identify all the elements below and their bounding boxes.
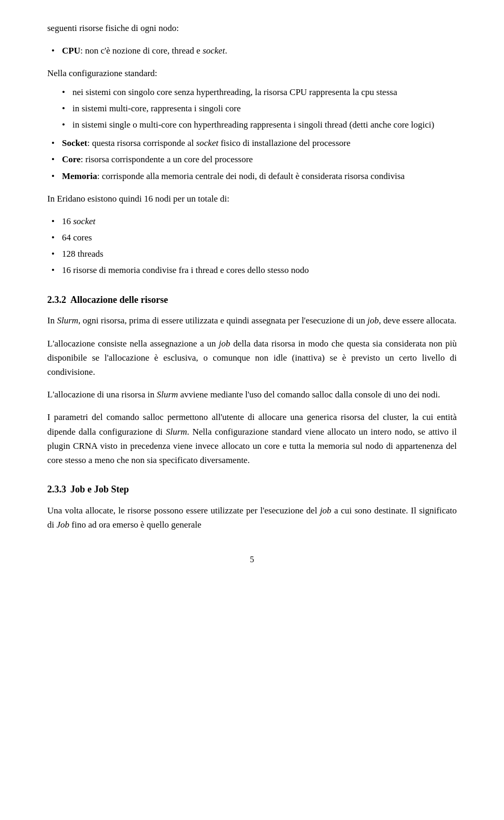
para-232-4-text: I parametri del comando salloc permetton… [47, 412, 457, 465]
cpu-label: CPU [62, 46, 80, 56]
eridano-text: In Eridano esistono quindi 16 nodi per u… [47, 192, 457, 206]
cpu-bullet: CPU: non c'è nozione di core, thread e s… [47, 44, 457, 58]
eridano-cores: 64 cores [47, 230, 457, 245]
section-232-number: 2.3.2 [47, 295, 66, 305]
para-232-3-text: L'allocazione di una risorsa in Slurm av… [47, 390, 440, 400]
eridano-memory: 16 risorse di memoria condivise fra i th… [47, 263, 457, 277]
config-heading: Nella configurazione standard: [47, 66, 457, 80]
intro-text: seguenti risorse fisiche di ogni nodo: [47, 21, 457, 35]
slurm-italic-1: In Slurm, ogni risorsa, prima di essere … [47, 316, 456, 325]
socket-text: : questa risorsa corrisponde al [87, 138, 196, 148]
socket-italic: socket [203, 46, 225, 56]
section-233-heading: 2.3.3Job e Job Step [47, 482, 457, 497]
memoria-bullet: Memoria: corrisponde alla memoria centra… [47, 169, 457, 183]
para-233-1-text: Una volta allocate, le risorse possono e… [47, 506, 457, 530]
socket-text2: fisico di installazione del processore [218, 138, 351, 148]
core-bullet: Core: risorsa corrispondente a un core d… [47, 152, 457, 166]
socket-italic-2: socket [73, 216, 95, 226]
para-232-2-text: L'allocazione consiste nella assegnazion… [47, 339, 457, 377]
page: seguenti risorse fisiche di ogni nodo: C… [0, 0, 504, 820]
config-bullet-1: nei sistemi con singolo core senza hyper… [58, 85, 457, 99]
para-232-4: I parametri del comando salloc permetton… [47, 410, 457, 467]
cpu-text: : non c'è nozione di core, thread e [80, 46, 203, 56]
page-number: 5 [47, 553, 457, 566]
para-233-1: Una volta allocate, le risorse possono e… [47, 503, 457, 532]
section-232-title: Allocazione delle risorse [70, 295, 168, 305]
para-232-1: In Slurm, ogni risorsa, prima di essere … [47, 313, 457, 328]
core-label: Core [62, 154, 81, 164]
memoria-label: Memoria [62, 171, 97, 181]
memoria-text: : corrisponde alla memoria centrale dei … [97, 171, 405, 181]
para-232-3: L'allocazione di una risorsa in Slurm av… [47, 387, 457, 402]
section-233-number: 2.3.3 [47, 484, 66, 495]
eridano-threads: 128 threads [47, 247, 457, 261]
eridano-socket: 16 socket [47, 214, 457, 228]
config-heading-text: Nella configurazione standard: [47, 68, 158, 78]
para-232-2: L'allocazione consiste nella assegnazion… [47, 337, 457, 380]
core-text: : risorsa corrispondente a un core del p… [81, 154, 253, 164]
socket-word: socket [196, 138, 218, 148]
section-233-title: Job e Job Step [70, 484, 129, 495]
resource-bullet-list: Socket: questa risorsa corrisponde al so… [47, 136, 457, 183]
eridano-bullet-list: 16 socket 64 cores 128 threads 16 risors… [47, 214, 457, 278]
socket-count: 16 [62, 216, 73, 226]
socket-label: Socket [62, 138, 87, 148]
config-bullet-3: in sistemi single o multi-core con hyper… [58, 118, 457, 132]
section-232-heading: 2.3.2Allocazione delle risorse [47, 292, 457, 308]
config-bullet-2: in sistemi multi-core, rappresenta i sin… [58, 101, 457, 115]
cpu-bullet-list: CPU: non c'è nozione di core, thread e s… [47, 44, 457, 58]
config-bullet-list: nei sistemi con singolo core senza hyper… [58, 85, 457, 132]
cpu-text2: . [225, 46, 227, 56]
socket-bullet: Socket: questa risorsa corrisponde al so… [47, 136, 457, 150]
